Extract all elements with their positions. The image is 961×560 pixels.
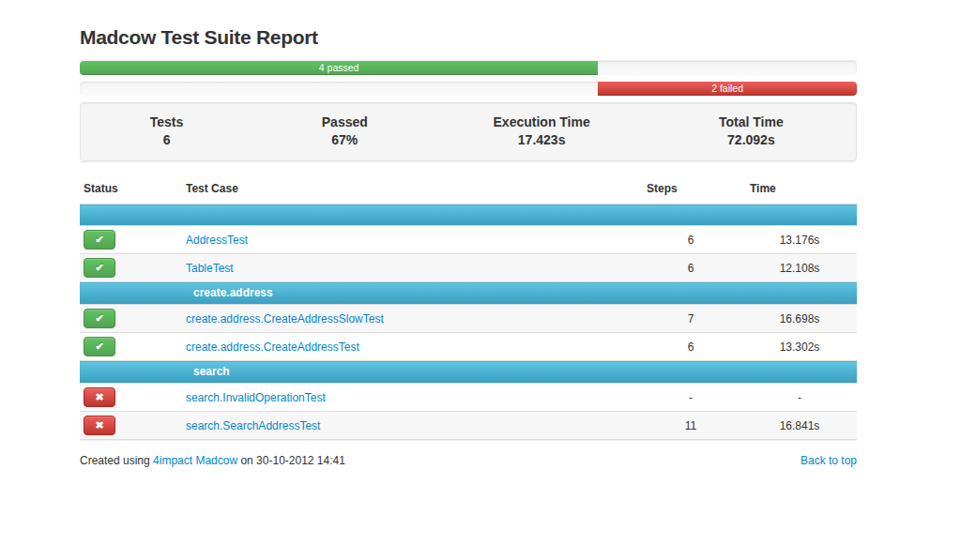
stat-tests: Tests 6 — [81, 114, 252, 149]
time-value: 16.698s — [742, 305, 857, 333]
passed-progress-label: 4 passed — [319, 62, 359, 73]
failed-progress-label: 2 failed — [711, 83, 743, 94]
table-header-row: Status Test Case Steps Time — [80, 174, 857, 204]
results-table: Status Test Case Steps Time ✔ AddressTes… — [80, 174, 857, 440]
footer: Created using 4impact Madcow on 30-10-20… — [80, 453, 857, 468]
status-passed-button[interactable]: ✔ — [84, 258, 115, 278]
stat-tests-value: 6 — [81, 130, 252, 149]
status-passed-button[interactable]: ✔ — [84, 309, 115, 328]
group-header-label: search — [80, 361, 857, 384]
stat-total-time: Total Time 72.092s — [647, 114, 856, 149]
stat-total-time-value: 72.092s — [647, 130, 856, 149]
group-header-default — [80, 204, 857, 226]
summary-well: Tests 6 Passed 67% Execution Time 17.423… — [80, 102, 857, 161]
stat-execution-time-label: Execution Time — [437, 114, 647, 130]
time-value: - — [742, 384, 857, 412]
check-icon: ✔ — [95, 341, 103, 352]
footer-divider — [80, 440, 857, 441]
steps-value: 6 — [639, 226, 742, 254]
table-row: ✔ create.address.CreateAddressTest 6 13.… — [80, 333, 857, 361]
check-icon: ✔ — [95, 262, 103, 273]
steps-value: 6 — [639, 254, 742, 282]
passed-progress-track: 4 passed — [80, 61, 857, 75]
time-value: 12.108s — [742, 254, 857, 282]
check-icon: ✔ — [95, 234, 103, 245]
test-case-link[interactable]: create.address.CreateAddressSlowTest — [186, 312, 384, 325]
passed-progress-bar: 4 passed — [80, 61, 598, 75]
time-value: 16.841s — [742, 412, 857, 440]
stat-passed-value: 67% — [252, 130, 436, 149]
table-row: ✔ TableTest 6 12.108s — [80, 254, 857, 282]
column-header-time: Time — [742, 174, 857, 204]
status-failed-button[interactable]: ✖ — [84, 416, 115, 435]
steps-value: 7 — [639, 305, 742, 333]
test-case-link[interactable]: search.SearchAddressTest — [186, 419, 320, 432]
stat-execution-time: Execution Time 17.423s — [437, 114, 647, 149]
cross-icon: ✖ — [95, 419, 103, 431]
table-row: ✖ search.SearchAddressTest 11 16.841s — [80, 412, 857, 440]
stat-tests-label: Tests — [81, 114, 252, 130]
check-icon: ✔ — [95, 312, 103, 324]
time-value: 13.176s — [742, 226, 857, 254]
time-value: 13.302s — [742, 333, 857, 361]
group-header-label — [80, 204, 857, 226]
column-header-steps: Steps — [639, 174, 742, 204]
page-title: Madcow Test Suite Report — [80, 26, 857, 49]
cross-icon: ✖ — [95, 391, 103, 402]
status-passed-button[interactable]: ✔ — [84, 337, 115, 356]
status-passed-button[interactable]: ✔ — [84, 230, 115, 250]
report-container: Madcow Test Suite Report 4 passed 2 fail… — [80, 0, 857, 468]
back-to-top-link[interactable]: Back to top — [801, 453, 857, 468]
group-header-search: search — [80, 361, 857, 384]
stat-execution-time-value: 17.423s — [437, 130, 647, 149]
failed-progress-track: 2 failed — [80, 82, 857, 96]
created-suffix: on 30-10-2012 14:41 — [237, 454, 345, 467]
stat-passed-label: Passed — [252, 114, 436, 130]
table-row: ✔ AddressTest 6 13.176s — [80, 226, 857, 254]
test-case-link[interactable]: search.InvalidOperationTest — [186, 391, 326, 404]
stat-passed: Passed 67% — [252, 114, 436, 149]
section-divider — [80, 161, 857, 162]
group-header-label: create.address — [80, 282, 857, 305]
group-header-create-address: create.address — [80, 282, 857, 305]
column-header-test-case: Test Case — [178, 174, 639, 204]
stat-total-time-label: Total Time — [647, 114, 856, 130]
steps-value: - — [639, 384, 742, 412]
steps-value: 6 — [639, 333, 742, 361]
test-case-link[interactable]: TableTest — [186, 262, 234, 275]
table-row: ✔ create.address.CreateAddressSlowTest 7… — [80, 305, 857, 333]
status-failed-button[interactable]: ✖ — [84, 387, 115, 407]
column-header-status: Status — [80, 174, 178, 204]
test-case-link[interactable]: AddressTest — [186, 234, 248, 247]
table-row: ✖ search.InvalidOperationTest - - — [80, 384, 857, 412]
failed-progress-bar: 2 failed — [598, 82, 857, 96]
steps-value: 11 — [639, 412, 742, 440]
test-case-link[interactable]: create.address.CreateAddressTest — [186, 341, 359, 354]
created-prefix: Created using — [80, 454, 153, 467]
madcow-link[interactable]: 4impact Madcow — [153, 454, 237, 467]
created-text: Created using 4impact Madcow on 30-10-20… — [80, 453, 345, 468]
